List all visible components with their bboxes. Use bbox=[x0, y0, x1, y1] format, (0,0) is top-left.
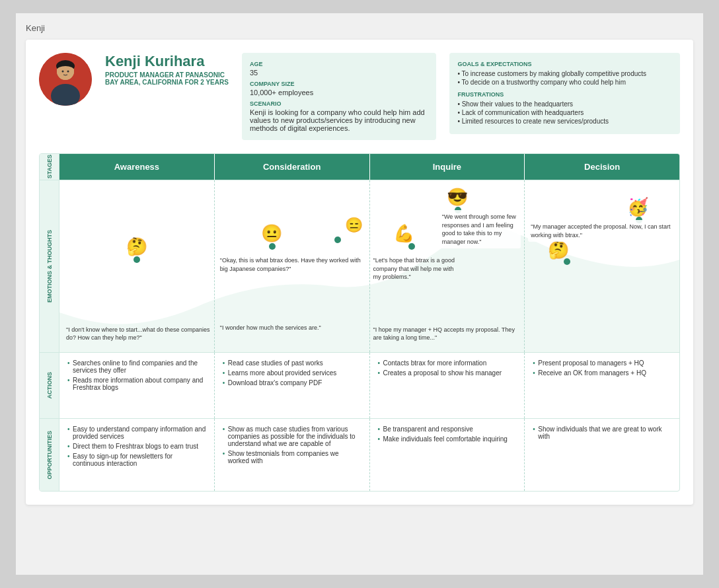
scenario-label: SCENARIO bbox=[250, 100, 429, 107]
opp-inquire-2: Make individuals feel comfortable inquir… bbox=[378, 435, 517, 443]
action-col-consideration: Read case studies of past works Learns m… bbox=[215, 353, 370, 418]
svg-point-7 bbox=[67, 71, 69, 73]
action-inquire-2: Creates a proposal to show his manager bbox=[378, 369, 517, 377]
action-consideration-3: Download btrax's company PDF bbox=[223, 379, 361, 386]
action-col-decision: Present proposal to managers + HQ Receiv… bbox=[525, 353, 679, 418]
opportunity-col-inquire: Be transparent and responsive Make indiv… bbox=[370, 419, 525, 491]
age-value: 35 bbox=[250, 69, 429, 77]
emotion-col-awareness: 🤔 "I don't know where to start...what do… bbox=[59, 180, 215, 352]
page-wrapper: Kenji bbox=[16, 13, 703, 575]
stages-cells: Awareness Consideration Inquire Decision bbox=[59, 154, 679, 180]
emotions-label-cell: Emotions & Thoughts bbox=[40, 180, 59, 352]
opp-decision-1: Show individuals that we are great to wo… bbox=[533, 425, 671, 440]
profile-section: Kenji Kurihara PRODUCT MANAGER AT PANASO… bbox=[39, 53, 680, 140]
opportunities-cells: Easy to understand company information a… bbox=[59, 419, 679, 491]
page-title: Kenji bbox=[26, 23, 693, 33]
svg-point-5 bbox=[57, 66, 74, 74]
emotions-label: Emotions & Thoughts bbox=[46, 230, 53, 303]
dot-decision-2 bbox=[564, 258, 570, 265]
actions-row: Actions Searches online to find companie… bbox=[40, 352, 679, 418]
opp-awareness-3: Easy to sign-up for newsletters for cont… bbox=[67, 453, 206, 467]
profile-name: Kenji Kurihara bbox=[105, 53, 229, 70]
quote-inquire-2: "Let's hope that btrax is a good company… bbox=[373, 256, 463, 281]
opportunities-row: Opportunities Easy to understand company… bbox=[40, 418, 679, 491]
emoji-inquire-2: 💪 bbox=[393, 223, 414, 244]
quote-awareness: "I don't know where to start...what do t… bbox=[66, 326, 211, 342]
emotion-col-inquire: 😎 💪 "We went through some few responses … bbox=[370, 180, 525, 352]
action-col-inquire: Contacts btrax for more information Crea… bbox=[370, 353, 525, 418]
opportunity-col-consideration: Show as much case studies from various c… bbox=[215, 419, 370, 491]
emoji-consideration-2: 😑 bbox=[345, 217, 363, 234]
age-label: AGE bbox=[250, 61, 429, 67]
profile-role: PRODUCT MANAGER AT PANASONIC bbox=[105, 71, 229, 79]
frustration-2: • Lack of communication with headquarter… bbox=[457, 109, 672, 116]
quote-decision: "My manager accepted the proposal. Now, … bbox=[528, 220, 676, 242]
emotion-col-consideration: 😐 😑 "Okay, this is what btrax does. Have… bbox=[215, 180, 370, 352]
emoji-consideration-1: 😐 bbox=[261, 223, 282, 244]
actions-label-cell: Actions bbox=[40, 353, 59, 418]
stage-consideration: Consideration bbox=[215, 154, 370, 180]
avatar bbox=[39, 53, 92, 106]
stages-label-cell: Stages bbox=[40, 154, 59, 180]
company-size-value: 10,000+ employees bbox=[250, 89, 429, 96]
goal-1: • To increase customers by making global… bbox=[457, 70, 672, 77]
actions-cells: Searches online to find companies and th… bbox=[59, 353, 679, 418]
goals-section: GOALS & EXPECTATIONS • To increase custo… bbox=[449, 53, 680, 134]
action-decision-1: Present proposal to managers + HQ bbox=[533, 359, 671, 367]
stages-label: Stages bbox=[46, 155, 53, 178]
emoji-awareness: 🤔 bbox=[126, 237, 147, 257]
opp-inquire-1: Be transparent and responsive bbox=[378, 425, 517, 433]
company-size-label: COMPANY SIZE bbox=[250, 81, 429, 87]
opp-awareness-1: Easy to understand company information a… bbox=[67, 425, 206, 440]
stage-awareness: Awareness bbox=[59, 154, 215, 180]
journey-map: Stages Awareness Consideration Inquire D… bbox=[39, 153, 680, 492]
scenario-value: Kenji is looking for a company who could… bbox=[250, 108, 429, 132]
quote-consideration-1: "Okay, this is what btrax does. Have the… bbox=[220, 256, 366, 273]
dot-consideration-1 bbox=[269, 243, 276, 250]
stages-row: Stages Awareness Consideration Inquire D… bbox=[40, 154, 679, 180]
main-card: Kenji Kurihara PRODUCT MANAGER AT PANASO… bbox=[26, 40, 693, 505]
opportunities-label-cell: Opportunities bbox=[40, 419, 59, 491]
emoji-decision-2: 🤔 bbox=[548, 240, 569, 260]
profile-location: BAY AREA, CALIFORNIA FOR 2 YEARS bbox=[105, 79, 229, 86]
dot-awareness bbox=[133, 256, 140, 263]
action-awareness-2: Reads more information about company and… bbox=[67, 377, 206, 391]
emotion-col-decision: 🥳 🤔 "My manager accepted the proposal. N… bbox=[525, 180, 679, 352]
emotions-row: Emotions & Thoughts 🤔 "I don't know wher… bbox=[40, 180, 679, 352]
svg-point-6 bbox=[62, 71, 64, 73]
frustration-3: • Limited resources to create new servic… bbox=[457, 118, 672, 125]
dot-consideration-2 bbox=[334, 237, 341, 243]
action-awareness-1: Searches online to find companies and th… bbox=[67, 359, 206, 374]
actions-label: Actions bbox=[46, 372, 53, 399]
opportunity-col-decision: Show individuals that we are great to wo… bbox=[525, 419, 679, 491]
profile-details: AGE 35 COMPANY SIZE 10,000+ employees SC… bbox=[242, 53, 437, 140]
quote-inquire-1: "We went through some few responses and … bbox=[439, 210, 521, 248]
emoji-inquire-1: 😎 bbox=[447, 187, 468, 207]
opp-consideration-1: Show as much case studies from various c… bbox=[223, 425, 361, 447]
opp-awareness-2: Direct them to Freshtrax blogs to earn t… bbox=[67, 443, 206, 450]
dot-inquire-2 bbox=[408, 243, 415, 250]
action-consideration-1: Read case studies of past works bbox=[223, 359, 361, 367]
profile-info: Kenji Kurihara PRODUCT MANAGER AT PANASO… bbox=[105, 53, 229, 86]
action-inquire-1: Contacts btrax for more information bbox=[378, 359, 517, 367]
action-col-awareness: Searches online to find companies and th… bbox=[59, 353, 215, 418]
goal-2: • To decide on a trustworthy company who… bbox=[457, 79, 672, 86]
action-decision-2: Receive an OK from managers + HQ bbox=[533, 369, 671, 377]
opportunity-col-awareness: Easy to understand company information a… bbox=[59, 419, 215, 491]
stage-decision: Decision bbox=[525, 154, 679, 180]
quote-inquire-3: "I hope my manager + HQ accepts my propo… bbox=[373, 326, 521, 342]
quote-consideration-2: "I wonder how much the services are." bbox=[220, 324, 366, 332]
goals-label: GOALS & EXPECTATIONS bbox=[457, 61, 672, 67]
frustrations-label: FRUSTRATIONS bbox=[457, 91, 672, 98]
emoji-decision-1: 🥳 bbox=[627, 197, 648, 217]
stage-inquire: Inquire bbox=[370, 154, 525, 180]
frustration-1: • Show their values to the headquarters bbox=[457, 100, 672, 108]
opportunities-label: Opportunities bbox=[46, 431, 53, 480]
action-consideration-2: Learns more about provided services bbox=[223, 369, 361, 377]
opp-consideration-2: Show testmonials from companies we worke… bbox=[223, 450, 361, 464]
